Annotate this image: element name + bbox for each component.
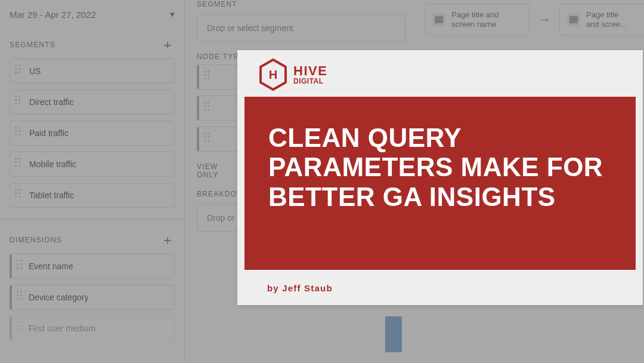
segments-label: SEGMENTS xyxy=(10,41,55,49)
drag-handle-icon[interactable] xyxy=(15,64,23,78)
drag-handle-icon[interactable] xyxy=(17,260,25,273)
chart-bar xyxy=(385,316,402,352)
dimension-chip[interactable]: First user medium xyxy=(10,316,175,341)
drag-handle-icon[interactable] xyxy=(204,70,212,84)
drag-handle-icon[interactable] xyxy=(204,101,212,115)
drag-handle-icon[interactable] xyxy=(15,189,23,202)
byline: by Jeff Staub xyxy=(267,283,333,293)
page-icon xyxy=(432,13,445,26)
segment-label: Direct traffic xyxy=(29,97,73,107)
title-card: H HIVE DIGITAL CLEAN QUERY PARAMETERS MA… xyxy=(237,50,643,305)
path-node-label: Page title and scree... xyxy=(586,10,627,30)
date-range-text: Mar 29 - Apr 27, 2022 xyxy=(10,10,96,20)
drag-handle-icon[interactable] xyxy=(17,322,25,335)
headline-text: CLEAN QUERY PARAMETERS MAKE FOR BETTER G… xyxy=(268,123,612,211)
segment-dropzone[interactable]: Drop or select segment xyxy=(197,14,405,42)
dimensions-header: DIMENSIONS ＋ xyxy=(10,233,175,247)
segment-label: Paid traffic xyxy=(29,128,69,138)
dimension-label: First user medium xyxy=(29,324,95,333)
logo-sub: DIGITAL xyxy=(293,78,327,85)
logo-text: HIVE DIGITAL xyxy=(293,64,327,85)
arrow-right-icon: → xyxy=(538,12,551,27)
add-dimension-button[interactable]: ＋ xyxy=(161,233,175,247)
dimension-label: Event name xyxy=(29,262,73,271)
segment-field-label: SEGMENT xyxy=(197,0,405,8)
dimension-chip[interactable]: Device category xyxy=(10,285,175,310)
segment-label: US xyxy=(29,66,41,76)
logo-main: HIVE xyxy=(293,64,327,78)
segment-label: Mobile traffic xyxy=(29,159,76,169)
path-node-label: Page title and screen name xyxy=(451,10,499,30)
segments-list: US Direct traffic Paid traffic Mobile tr… xyxy=(10,59,175,208)
headline-block: CLEAN QUERY PARAMETERS MAKE FOR BETTER G… xyxy=(244,97,636,270)
left-panel: Mar 29 - Apr 27, 2022 ▾ SEGMENTS ＋ US Di… xyxy=(0,0,185,363)
date-range-picker[interactable]: Mar 29 - Apr 27, 2022 ▾ xyxy=(10,0,175,29)
hive-logo-icon: H xyxy=(259,59,287,91)
dimensions-label: DIMENSIONS xyxy=(10,236,62,244)
segment-chip[interactable]: Tablet traffic xyxy=(10,183,175,208)
path-node-card[interactable]: Page title and scree... xyxy=(559,4,644,36)
path-node-card[interactable]: Page title and screen name xyxy=(425,4,530,36)
chevron-down-icon: ▾ xyxy=(170,9,175,20)
drag-handle-icon[interactable] xyxy=(15,127,23,140)
drag-handle-icon[interactable] xyxy=(15,96,23,109)
dimension-label: Device category xyxy=(29,293,88,302)
svg-text:H: H xyxy=(269,68,277,81)
drag-handle-icon[interactable] xyxy=(15,158,23,171)
add-segment-button[interactable]: ＋ xyxy=(161,38,175,51)
logo: H HIVE DIGITAL xyxy=(259,59,327,91)
segment-chip[interactable]: Paid traffic xyxy=(10,121,175,146)
drag-handle-icon[interactable] xyxy=(204,133,212,146)
dimension-chip[interactable]: Event name xyxy=(10,254,175,279)
segment-chip[interactable]: Mobile traffic xyxy=(10,152,175,177)
segments-header: SEGMENTS ＋ xyxy=(10,38,175,51)
segment-placeholder: Drop or select segment xyxy=(207,23,293,33)
segment-field: SEGMENT Drop or select segment xyxy=(197,0,405,42)
dimensions-list: Event name Device category First user me… xyxy=(10,254,175,341)
path-node-row: Page title and screen name → Page title … xyxy=(425,4,644,36)
segment-chip[interactable]: Direct traffic xyxy=(10,90,175,115)
divider xyxy=(0,219,184,219)
page-icon xyxy=(567,13,580,26)
segment-chip[interactable]: US xyxy=(10,59,175,84)
segment-label: Tablet traffic xyxy=(29,190,74,200)
drag-handle-icon[interactable] xyxy=(17,291,25,304)
